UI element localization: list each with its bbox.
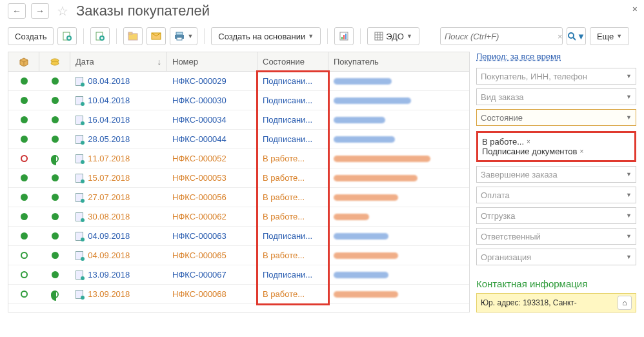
close-icon[interactable]: × — [632, 4, 638, 14]
row-date: 04.09.2018 — [88, 250, 130, 260]
row-number: НФКС-000052 — [167, 149, 257, 168]
table-row[interactable]: 16.04.2018НФКС-000034Подписани... — [8, 110, 469, 130]
more-label: Еще — [597, 32, 614, 41]
table-row[interactable]: 13.09.2018НФКС-000067Подписани... — [8, 265, 469, 285]
state-tag[interactable]: В работе...× — [482, 137, 530, 147]
add-line-button[interactable] — [90, 27, 110, 45]
status-dot-icon — [21, 97, 28, 104]
table-row[interactable]: 13.09.2018НФКС-000068В работе... — [8, 285, 469, 304]
row-number: НФКС-000044 — [167, 130, 257, 148]
svg-point-15 — [569, 33, 574, 38]
create-copy-button[interactable] — [57, 27, 77, 45]
document-icon — [75, 77, 83, 86]
row-state: Подписани... — [257, 72, 328, 90]
search-clear-icon[interactable]: × — [555, 32, 565, 41]
svg-point-17 — [51, 61, 59, 65]
col-date[interactable]: Дата — [70, 52, 167, 71]
home-icon[interactable]: ⌂ — [618, 296, 632, 310]
legal-address: Юр. адрес: 193318, Санкт- ⌂ — [476, 293, 636, 312]
buyer-blurred — [334, 97, 411, 104]
document-icon — [75, 212, 83, 221]
filter-order-type[interactable]: Вид заказа▼ — [476, 88, 636, 105]
status-dot-icon — [52, 116, 59, 123]
table-row[interactable]: 10.04.2018НФКС-000030Подписани... — [8, 91, 469, 110]
buyer-blurred — [334, 233, 388, 240]
svg-rect-7 — [176, 32, 183, 35]
document-icon — [75, 96, 83, 105]
col-state[interactable]: Состояние — [257, 52, 328, 71]
status-half-icon — [51, 291, 59, 298]
table-row[interactable]: 11.07.2018НФКС-000052В работе... — [8, 149, 469, 168]
status-dot-icon — [52, 97, 59, 104]
filter-responsible[interactable]: Ответственный▼ — [476, 228, 636, 245]
svg-rect-12 — [343, 35, 345, 39]
document-icon — [75, 290, 83, 299]
table-row[interactable]: 04.09.2018НФКС-000063Подписани... — [8, 227, 469, 246]
row-number: НФКС-000056 — [167, 188, 257, 207]
more-button[interactable]: Еще ▼ — [590, 27, 629, 45]
buyer-blurred — [334, 252, 398, 259]
favorite-star-icon[interactable]: ☆ — [57, 3, 68, 19]
contact-info-title: Контактная информация — [476, 278, 636, 289]
row-number: НФКС-000062 — [167, 207, 257, 226]
filter-state[interactable]: Состояние▼ — [476, 109, 636, 126]
box-icon — [19, 57, 29, 66]
row-state: Подписани... — [257, 91, 328, 110]
row-date: 16.04.2018 — [88, 115, 130, 125]
edo-button[interactable]: ЭДО ▼ — [367, 27, 419, 45]
table-row[interactable]: 30.08.2018НФКС-000062В работе... — [8, 207, 469, 227]
status-dot-icon — [21, 116, 28, 123]
col-buyer[interactable]: Покупатель — [328, 52, 469, 71]
row-date: 15.07.2018 — [88, 173, 130, 183]
status-dot-icon — [52, 252, 59, 259]
filter-shipment[interactable]: Отгрузка▼ — [476, 207, 636, 224]
filter-finish[interactable]: Завершение заказа▼ — [476, 166, 636, 183]
filter-buyer[interactable]: Покупатель, ИНН, телефон▼ — [476, 68, 636, 85]
mail-button[interactable] — [146, 27, 166, 45]
period-link[interactable]: Период: за все время — [476, 52, 636, 61]
filter-payment[interactable]: Оплата▼ — [476, 187, 636, 203]
row-number: НФКС-000053 — [167, 168, 257, 187]
filter-organization[interactable]: Организация▼ — [476, 249, 636, 265]
table-row[interactable]: 15.07.2018НФКС-000053В работе... — [8, 168, 469, 188]
search-input-wrap[interactable]: × — [440, 27, 563, 45]
state-tag[interactable]: Подписание документов× — [482, 147, 583, 156]
table-row[interactable]: 27.07.2018НФКС-000056В работе... — [8, 188, 469, 207]
row-date: 13.09.2018 — [88, 289, 130, 299]
print-button[interactable]: ▼ — [170, 27, 197, 45]
status-dot-icon — [52, 174, 59, 181]
row-number: НФКС-000029 — [167, 72, 257, 90]
row-date: 28.05.2018 — [88, 134, 130, 144]
document-icon — [75, 232, 83, 241]
status-dot-icon — [21, 213, 28, 220]
table-row[interactable]: 04.09.2018НФКС-000065В работе... — [8, 246, 469, 265]
row-number: НФКС-000063 — [167, 227, 257, 245]
col-status2[interactable] — [39, 52, 70, 71]
buyer-blurred — [334, 117, 385, 123]
status-dot-icon — [52, 271, 59, 278]
search-button[interactable]: ▼ — [567, 27, 586, 45]
status-dot-icon — [21, 136, 28, 143]
folder-button[interactable] — [123, 27, 143, 45]
table-row[interactable]: 08.04.2018НФКС-000029Подписани... — [8, 72, 469, 91]
search-input[interactable] — [443, 31, 555, 42]
col-number[interactable]: Номер — [167, 52, 257, 71]
status-ring-red-icon — [21, 155, 28, 162]
create-based-button[interactable]: Создать на основании ▼ — [211, 27, 321, 45]
row-state: Подписани... — [257, 265, 328, 284]
row-date: 13.09.2018 — [88, 270, 130, 280]
nav-forward-button[interactable]: → — [31, 3, 49, 19]
status-dot-icon — [21, 174, 28, 181]
tag-remove-icon[interactable]: × — [527, 138, 530, 145]
col-status1[interactable] — [8, 52, 39, 71]
buyer-blurred — [334, 156, 430, 162]
coins-icon — [50, 57, 59, 66]
document-icon — [75, 135, 83, 144]
create-button[interactable]: Создать — [8, 27, 54, 45]
status-dot-icon — [52, 136, 59, 143]
report-button[interactable] — [334, 27, 354, 45]
svg-rect-11 — [341, 37, 343, 39]
table-row[interactable]: 28.05.2018НФКС-000044Подписани... — [8, 130, 469, 149]
tag-remove-icon[interactable]: × — [579, 148, 583, 155]
nav-back-button[interactable]: ← — [8, 3, 26, 19]
